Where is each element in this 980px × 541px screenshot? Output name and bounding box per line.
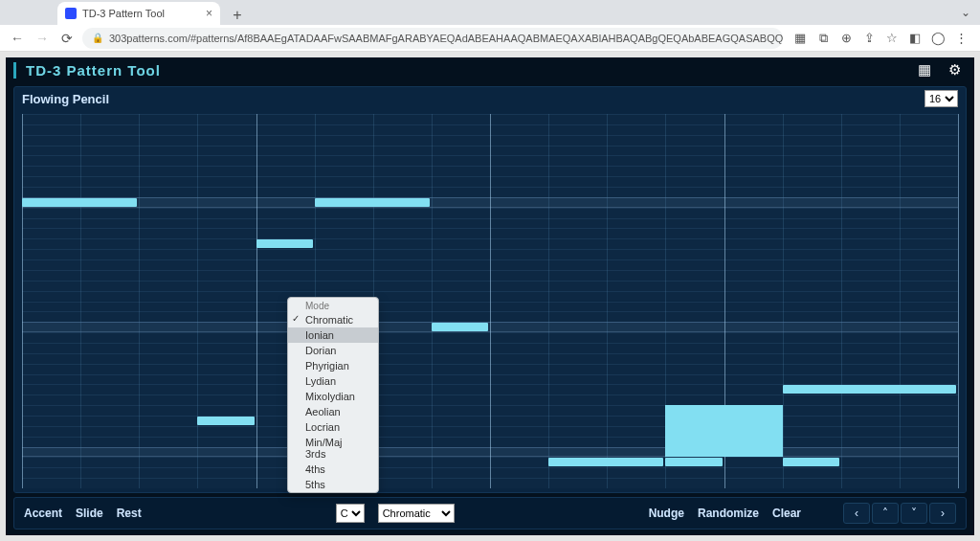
- grid-column-line: [607, 114, 608, 488]
- note[interactable]: [783, 458, 839, 466]
- app-title: TD-3 Pattern Tool: [13, 62, 161, 79]
- nudge-arrows: ‹ ˄ ˅ ›: [843, 503, 956, 524]
- grid-column-line: [22, 114, 23, 488]
- tab-title: TD-3 Pattern Tool: [82, 8, 165, 19]
- back-button[interactable]: ←: [8, 29, 27, 48]
- note[interactable]: [665, 458, 722, 466]
- grid-column-line: [958, 114, 959, 488]
- mode-option[interactable]: 5ths: [288, 477, 378, 492]
- patterns-icon[interactable]: ▦: [918, 61, 931, 79]
- bottom-bar: Accent Slide Rest C Chromatic Nudge Rand…: [13, 497, 967, 530]
- settings-icon[interactable]: ⚙: [948, 61, 961, 79]
- slide-button[interactable]: Slide: [76, 507, 103, 520]
- nudge-down-button[interactable]: ˅: [901, 503, 927, 524]
- browser-chrome: TD-3 Pattern Tool × + ⌄ ← → ⟳ 🔒 303patte…: [0, 0, 980, 52]
- note[interactable]: [665, 405, 782, 457]
- mode-select[interactable]: Chromatic: [378, 504, 455, 523]
- app: TD-3 Pattern Tool ▦ ⚙ Flowing Pencil 16 …: [6, 57, 974, 535]
- browser-tab[interactable]: TD-3 Pattern Tool ×: [57, 2, 220, 25]
- tab-strip: TD-3 Pattern Tool × + ⌄: [0, 0, 980, 25]
- steps-select[interactable]: 16: [924, 90, 958, 107]
- star-icon[interactable]: ☆: [884, 31, 900, 46]
- pattern-name: Flowing Pencil: [22, 92, 109, 106]
- grid-column-line: [490, 114, 491, 488]
- mode-option[interactable]: Min/Maj 3rds: [288, 435, 378, 462]
- grid-column-line: [783, 114, 784, 488]
- root-select[interactable]: C: [336, 504, 365, 523]
- mode-option[interactable]: Dorian: [288, 343, 378, 358]
- app-header: TD-3 Pattern Tool ▦ ⚙: [6, 57, 974, 82]
- url-text: 303patterns.com/#patterns/Af8BAAEgATADAA…: [109, 33, 783, 44]
- lock-icon: 🔒: [92, 33, 103, 43]
- share-icon[interactable]: ⇪: [861, 31, 877, 46]
- tabs-menu-icon[interactable]: ⌄: [961, 6, 970, 19]
- grid-column-line: [841, 114, 842, 488]
- browser-actions: ▦ ⧉ ⊕ ⇪ ☆ ◧ ◯ ⋮: [789, 31, 972, 46]
- panel-icon[interactable]: ▦: [792, 31, 808, 46]
- note[interactable]: [783, 385, 956, 394]
- grid-column-line: [900, 114, 901, 488]
- new-tab-button[interactable]: +: [228, 6, 247, 25]
- grid-column-line: [80, 114, 81, 488]
- toolbar: ← → ⟳ 🔒 303patterns.com/#patterns/Af8BAA…: [0, 25, 980, 52]
- nudge-left-button[interactable]: ‹: [843, 503, 870, 524]
- note[interactable]: [256, 239, 313, 248]
- zoom-icon[interactable]: ⊕: [838, 31, 854, 46]
- rest-button[interactable]: Rest: [117, 507, 142, 520]
- address-bar[interactable]: 🔒 303patterns.com/#patterns/Af8BAAEgATAD…: [82, 28, 783, 49]
- mode-dropdown[interactable]: Mode ChromaticIonianDorianPhyrigianLydia…: [287, 297, 379, 493]
- sidepanel-icon[interactable]: ◧: [907, 31, 923, 46]
- mode-option[interactable]: Lydian: [288, 373, 378, 389]
- mode-option[interactable]: Locrian: [288, 419, 378, 435]
- grid-column-line: [548, 114, 549, 488]
- forward-button[interactable]: →: [33, 29, 52, 48]
- mode-option[interactable]: Chromatic: [288, 312, 378, 327]
- grid-column-line: [256, 114, 257, 488]
- mode-option[interactable]: Mixolydian: [288, 389, 378, 404]
- note[interactable]: [315, 198, 430, 207]
- reload-button[interactable]: ⟳: [57, 29, 77, 48]
- accent-button[interactable]: Accent: [24, 507, 62, 520]
- mode-option[interactable]: 4ths: [288, 462, 378, 477]
- viewport: TD-3 Pattern Tool ▦ ⚙ Flowing Pencil 16 …: [0, 52, 980, 541]
- close-tab-icon[interactable]: ×: [206, 7, 212, 20]
- grid-column-line: [197, 114, 198, 488]
- note[interactable]: [197, 417, 254, 425]
- piano-roll[interactable]: [14, 110, 966, 492]
- favicon: [65, 8, 77, 19]
- randomize-button[interactable]: Randomize: [698, 507, 759, 520]
- menu-icon[interactable]: ⋮: [953, 31, 969, 46]
- note[interactable]: [548, 458, 663, 466]
- grid-column-line: [139, 114, 140, 488]
- note[interactable]: [22, 198, 137, 207]
- note[interactable]: [432, 323, 488, 331]
- pattern-bar: Flowing Pencil 16: [14, 87, 966, 110]
- nudge-up-button[interactable]: ˄: [872, 503, 899, 524]
- mode-option[interactable]: Phyrigian: [288, 358, 378, 373]
- nudge-right-button[interactable]: ›: [929, 503, 956, 524]
- clear-button[interactable]: Clear: [772, 507, 801, 520]
- mode-option[interactable]: Ionian: [288, 327, 378, 343]
- dropdown-group-label: Mode: [288, 298, 378, 312]
- nudge-button[interactable]: Nudge: [649, 507, 684, 520]
- profile-icon[interactable]: ◯: [930, 31, 946, 46]
- grid-column-line: [432, 114, 433, 488]
- mode-option[interactable]: Aeolian: [288, 404, 378, 419]
- pattern-panel: Flowing Pencil 16: [13, 86, 967, 493]
- open-icon[interactable]: ⧉: [815, 31, 831, 46]
